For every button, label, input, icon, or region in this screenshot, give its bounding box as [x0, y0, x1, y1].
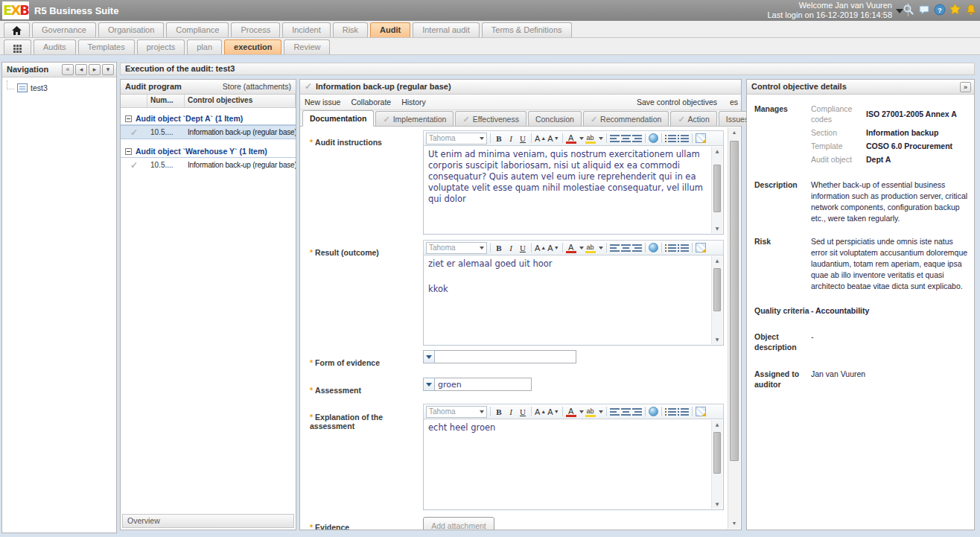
align-center-icon[interactable]	[621, 244, 631, 252]
italic-button[interactable]: I	[506, 242, 516, 254]
collapse-group-icon[interactable]	[125, 148, 132, 155]
ordered-list-icon[interactable]	[665, 408, 676, 416]
favorites-icon[interactable]	[949, 3, 961, 16]
collapse-group-icon[interactable]	[125, 115, 132, 122]
table-row[interactable]: ✓ 10.5.... Information back-up (regular …	[121, 158, 296, 172]
audit-instructions-textarea[interactable]: Ut enim ad minima veniam, quis nostrum e…	[423, 146, 724, 235]
underline-button[interactable]: U	[518, 406, 528, 418]
unordered-list-icon[interactable]	[678, 135, 689, 142]
tab-effectiveness[interactable]: ✓Effectiveness	[455, 111, 526, 126]
highlight-color-button[interactable]: ab	[585, 407, 596, 417]
editor-scrollbar[interactable]: ▲ ▼	[711, 147, 722, 233]
increase-font-button[interactable]: A▲	[535, 242, 546, 254]
chat-icon[interactable]	[917, 3, 930, 16]
tab-projects[interactable]: projects	[137, 39, 185, 54]
tab-plan[interactable]: plan	[187, 39, 222, 54]
chevron-down-icon[interactable]	[423, 350, 435, 363]
align-right-icon[interactable]	[632, 135, 642, 142]
group-header-warehouse-y[interactable]: Audit object `Warehouse Y` (1 Item)	[121, 145, 296, 158]
tab-templates[interactable]: Templates	[78, 39, 135, 54]
tab-audit[interactable]: Audit	[370, 22, 410, 37]
result-outcome-textarea[interactable]: ziet er alemaal goed uit hoor kkok ▲ ▼	[423, 255, 724, 346]
tab-implementation[interactable]: ✓Implementation	[375, 111, 454, 126]
scroll-up-icon[interactable]: ▲	[712, 420, 722, 429]
align-right-icon[interactable]	[632, 408, 642, 416]
font-select[interactable]: Tahoma	[426, 242, 487, 254]
tab-apps-grid[interactable]	[4, 39, 31, 54]
table-row[interactable]: ✓ 10.5.... Information back-up (regular …	[121, 125, 296, 139]
link-icon[interactable]	[649, 133, 658, 143]
next-button[interactable]: ▸	[89, 64, 101, 75]
align-left-icon[interactable]	[610, 244, 620, 252]
ordered-list-icon[interactable]	[665, 244, 676, 252]
scroll-up-icon[interactable]: ▲	[728, 127, 740, 138]
scroll-down-icon[interactable]: ▼	[712, 500, 722, 509]
italic-button[interactable]: I	[506, 406, 516, 418]
collaborate-link[interactable]: Collaborate	[351, 98, 391, 107]
collapse-all-button[interactable]: ▾	[102, 64, 114, 75]
unordered-list-icon[interactable]	[678, 408, 689, 416]
tab-audits[interactable]: Audits	[34, 39, 76, 54]
align-right-icon[interactable]	[632, 244, 642, 252]
tab-conclusion[interactable]: Conclusion	[528, 111, 582, 126]
tab-compliance[interactable]: Compliance	[166, 22, 229, 37]
bold-button[interactable]: B	[494, 133, 504, 144]
font-color-button[interactable]: A	[566, 407, 576, 417]
highlight-color-button[interactable]: ab	[585, 244, 596, 253]
new-issue-link[interactable]: New issue	[305, 98, 340, 107]
expand-panel-button[interactable]: »	[960, 82, 971, 92]
form-scrollbar[interactable]: ▲ ▼	[728, 127, 740, 529]
store-attachments-link[interactable]: Store (attachments)	[223, 80, 291, 94]
overview-section-header[interactable]: Overview	[122, 514, 294, 528]
tab-review[interactable]: Review	[284, 39, 330, 54]
chevron-down-icon[interactable]	[423, 378, 435, 391]
column-control-objectives[interactable]: Control objectives	[185, 95, 296, 107]
bold-button[interactable]: B	[494, 406, 504, 418]
font-select[interactable]: Tahoma	[426, 406, 487, 418]
align-left-icon[interactable]	[610, 135, 620, 142]
unordered-list-icon[interactable]	[678, 244, 689, 252]
font-color-button[interactable]: A	[566, 134, 576, 144]
tab-internal-audit[interactable]: Internal audit	[413, 22, 480, 37]
tab-process[interactable]: Process	[231, 22, 280, 37]
help-icon[interactable]: ?	[933, 3, 946, 16]
editor-scrollbar[interactable]: ▲ ▼	[711, 256, 722, 344]
search-icon[interactable]	[902, 3, 914, 16]
alerts-icon[interactable]	[964, 3, 977, 16]
save-control-objectives-link[interactable]: Save control objectives	[637, 98, 717, 107]
tab-governance[interactable]: Governance	[32, 22, 96, 37]
tab-home[interactable]	[4, 22, 30, 37]
source-edit-icon[interactable]	[696, 407, 706, 416]
font-color-button[interactable]: A	[566, 244, 576, 253]
scroll-down-icon[interactable]: ▼	[712, 224, 722, 233]
highlight-color-button[interactable]: ab	[585, 134, 596, 144]
prev-button[interactable]: ◂	[75, 64, 87, 75]
decrease-font-button[interactable]: A▼	[547, 133, 559, 144]
link-icon[interactable]	[649, 243, 658, 252]
align-center-icon[interactable]	[621, 408, 631, 416]
tab-terms-definitions[interactable]: Terms & Definitions	[482, 22, 572, 37]
tab-organisation[interactable]: Organisation	[98, 22, 164, 37]
scroll-down-icon[interactable]: ▼	[712, 335, 722, 344]
tree-item-test3[interactable]: test3	[7, 83, 112, 92]
align-left-icon[interactable]	[610, 408, 620, 416]
editor-scrollbar[interactable]: ▲ ▼	[711, 420, 722, 509]
decrease-font-button[interactable]: A▼	[547, 406, 559, 418]
tab-execution[interactable]: execution	[224, 39, 281, 54]
tab-recommendation[interactable]: ✓Recommendation	[583, 111, 669, 126]
scroll-up-icon[interactable]: ▲	[712, 147, 722, 156]
column-num[interactable]: Num...	[147, 95, 185, 107]
align-center-icon[interactable]	[621, 135, 631, 142]
italic-button[interactable]: I	[506, 133, 516, 144]
assessment-input[interactable]	[435, 378, 532, 391]
tab-incident[interactable]: Incident	[282, 22, 331, 37]
underline-button[interactable]: U	[518, 133, 528, 144]
tab-action[interactable]: ✓Action	[670, 111, 716, 126]
group-header-dept-a[interactable]: Audit object `Dept A` (1 Item)	[121, 112, 296, 125]
scroll-down-icon[interactable]: ▼	[728, 518, 740, 529]
increase-font-button[interactable]: A▲	[535, 133, 546, 144]
tab-risk[interactable]: Risk	[333, 22, 368, 37]
increase-font-button[interactable]: A▲	[535, 406, 546, 418]
truncated-link[interactable]: es	[730, 98, 738, 107]
explanation-textarea[interactable]: echt heel groen ▲ ▼	[423, 419, 724, 510]
